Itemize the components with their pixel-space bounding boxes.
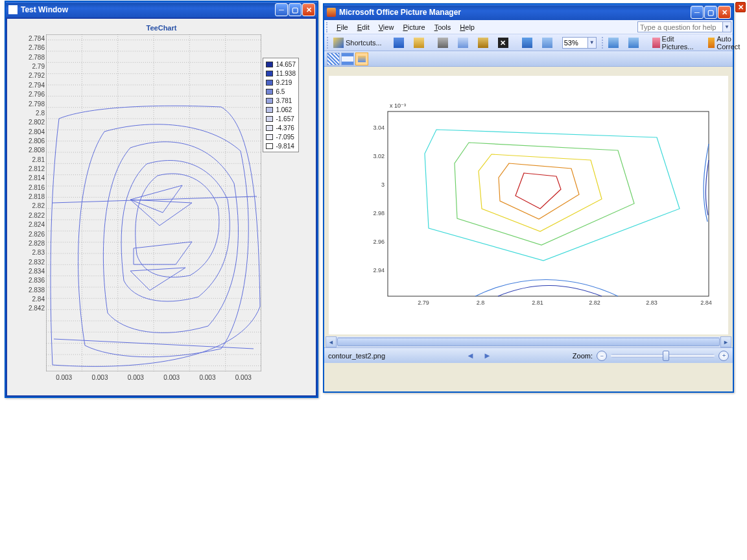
menu-tools[interactable]: Tools bbox=[430, 22, 456, 32]
contour-lines bbox=[51, 106, 260, 366]
test-window: Test Window ─ ▢ ✕ TeeChart 2.7842.7862.7… bbox=[5, 1, 318, 398]
delete-icon: ✕ bbox=[498, 38, 508, 48]
help-dropdown-button[interactable]: ▼ bbox=[723, 21, 731, 32]
svg-text:2.81: 2.81 bbox=[532, 299, 543, 306]
picture-manager-titlebar[interactable]: Microsoft Office Picture Manager ─ ▢ ✕ bbox=[324, 5, 733, 20]
legend-entry: -9.814 bbox=[266, 141, 296, 150]
delete-button[interactable]: ✕ bbox=[495, 36, 514, 50]
y-tick-label: 2.79 bbox=[7, 62, 45, 71]
zoom-dropdown-button[interactable]: ▼ bbox=[588, 37, 597, 49]
svg-text:2.82: 2.82 bbox=[589, 299, 600, 306]
redo-icon bbox=[542, 38, 552, 48]
zoom-slider-thumb[interactable] bbox=[663, 351, 669, 361]
rotate-right-button[interactable] bbox=[625, 36, 644, 50]
help-search-input[interactable] bbox=[637, 21, 723, 32]
zoom-out-button[interactable]: − bbox=[597, 351, 607, 361]
parent-close-button[interactable]: ✕ bbox=[735, 2, 746, 12]
close-button[interactable]: ✕ bbox=[302, 3, 315, 16]
thumbnail-view-button[interactable] bbox=[327, 52, 340, 65]
y-tick-label: 2.788 bbox=[7, 53, 45, 62]
legend-entry: -7.095 bbox=[266, 132, 296, 141]
y-tick-label: 2.826 bbox=[7, 230, 45, 239]
legend-value: 1.062 bbox=[276, 106, 292, 113]
toolbar-grip[interactable] bbox=[327, 37, 328, 49]
test-window-title: Test Window bbox=[21, 5, 275, 14]
next-image-button[interactable]: ► bbox=[482, 351, 492, 361]
shortcuts-button[interactable]: Shortcuts... bbox=[330, 36, 385, 50]
y-tick-label: 2.816 bbox=[7, 183, 45, 192]
menu-file[interactable]: File bbox=[332, 22, 353, 32]
maximize-button[interactable]: ▢ bbox=[289, 3, 302, 16]
menu-edit[interactable]: Edit bbox=[353, 22, 374, 32]
cut-icon bbox=[438, 38, 448, 48]
zoom-input[interactable] bbox=[562, 37, 588, 49]
status-bar: contour_test2.png ◄ ► Zoom: − ＋ bbox=[324, 347, 733, 363]
filmstrip-view-button[interactable] bbox=[341, 52, 354, 65]
toolbar-grip[interactable] bbox=[602, 37, 603, 49]
zoom-in-button[interactable]: ＋ bbox=[718, 351, 729, 361]
scroll-track[interactable] bbox=[337, 337, 720, 347]
close-button[interactable]: ✕ bbox=[718, 6, 731, 19]
app-icon bbox=[8, 5, 18, 14]
y-axis-labels: 2.7842.7862.7882.792.7922.7942.7962.7982… bbox=[7, 34, 45, 314]
save-button[interactable] bbox=[390, 36, 409, 50]
redo-button[interactable] bbox=[539, 36, 558, 50]
image-view[interactable]: x 10⁻³ 3.04 3.02 3 2.98 2.96 2.94 bbox=[329, 76, 728, 334]
cut-button[interactable] bbox=[434, 36, 453, 50]
picture-manager-title: Microsoft Office Picture Manager bbox=[339, 8, 691, 17]
minimize-button[interactable]: ─ bbox=[691, 6, 704, 19]
menu-help[interactable]: Help bbox=[455, 22, 479, 32]
y-tick-label: 2.834 bbox=[7, 267, 45, 276]
zoom-slider[interactable] bbox=[611, 354, 715, 358]
menu-picture[interactable]: Picture bbox=[398, 22, 429, 32]
paste-button[interactable] bbox=[475, 36, 493, 50]
svg-text:2.98: 2.98 bbox=[373, 210, 385, 216]
picture-canvas: x 10⁻³ 3.04 3.02 3 2.98 2.96 2.94 bbox=[327, 68, 730, 361]
paste-icon bbox=[478, 38, 488, 48]
y-tick-label: 2.82 bbox=[7, 202, 45, 211]
legend-swatch bbox=[266, 89, 273, 95]
test-window-titlebar[interactable]: Test Window ─ ▢ ✕ bbox=[6, 2, 317, 18]
y-tick-label: 2.786 bbox=[7, 43, 45, 52]
scroll-right-button[interactable]: ► bbox=[720, 336, 731, 347]
copy-icon bbox=[458, 38, 468, 48]
edit-pictures-button[interactable]: Edit Pictures... bbox=[649, 36, 700, 50]
legend-entry: 11.938 bbox=[266, 69, 296, 78]
horizontal-scrollbar[interactable]: ◄ ► bbox=[326, 336, 731, 347]
rotate-left-button[interactable] bbox=[605, 36, 624, 50]
copy-button[interactable] bbox=[455, 36, 473, 50]
x-tick-label: 0.003 bbox=[46, 374, 82, 381]
minimize-button[interactable]: ─ bbox=[275, 3, 288, 16]
y-tick-label: 2.808 bbox=[7, 146, 45, 155]
menu-view[interactable]: View bbox=[374, 22, 399, 32]
svg-text:2.8: 2.8 bbox=[476, 299, 484, 306]
single-view-button[interactable] bbox=[355, 52, 368, 65]
y-tick-label: 2.794 bbox=[7, 81, 45, 90]
undo-button[interactable] bbox=[519, 36, 538, 50]
mail-icon bbox=[414, 38, 424, 48]
legend-swatch bbox=[266, 71, 273, 76]
legend-entry: -4.376 bbox=[266, 123, 296, 132]
scroll-left-button[interactable]: ◄ bbox=[326, 336, 337, 347]
zoom-control: Zoom: − ＋ bbox=[573, 351, 729, 361]
svg-text:3.02: 3.02 bbox=[373, 153, 385, 159]
y-tick-label: 2.812 bbox=[7, 165, 45, 174]
mail-button[interactable] bbox=[410, 36, 429, 50]
picture-manager-window: Microsoft Office Picture Manager ─ ▢ ✕ F… bbox=[323, 3, 734, 393]
save-icon bbox=[394, 38, 404, 48]
legend-swatch bbox=[266, 143, 273, 149]
legend-entry: 3.781 bbox=[266, 96, 296, 105]
legend-entry: 6.5 bbox=[266, 87, 296, 96]
auto-correct-button[interactable]: Auto Correct bbox=[705, 36, 747, 50]
main-toolbar: Shortcuts... ✕ ▼ Edit Pictures... bbox=[324, 34, 733, 51]
zoom-combo[interactable]: ▼ bbox=[562, 37, 597, 49]
y-tick-label: 2.796 bbox=[7, 90, 45, 99]
legend-entry: 14.657 bbox=[266, 60, 296, 69]
x-tick-label: 0.003 bbox=[118, 374, 154, 381]
maximize-button[interactable]: ▢ bbox=[704, 6, 717, 19]
legend-value: -1.657 bbox=[276, 115, 294, 122]
toolbar-grip[interactable] bbox=[326, 22, 330, 32]
scroll-thumb[interactable] bbox=[337, 338, 720, 346]
legend-swatch bbox=[266, 116, 273, 122]
prev-image-button[interactable]: ◄ bbox=[465, 351, 475, 361]
